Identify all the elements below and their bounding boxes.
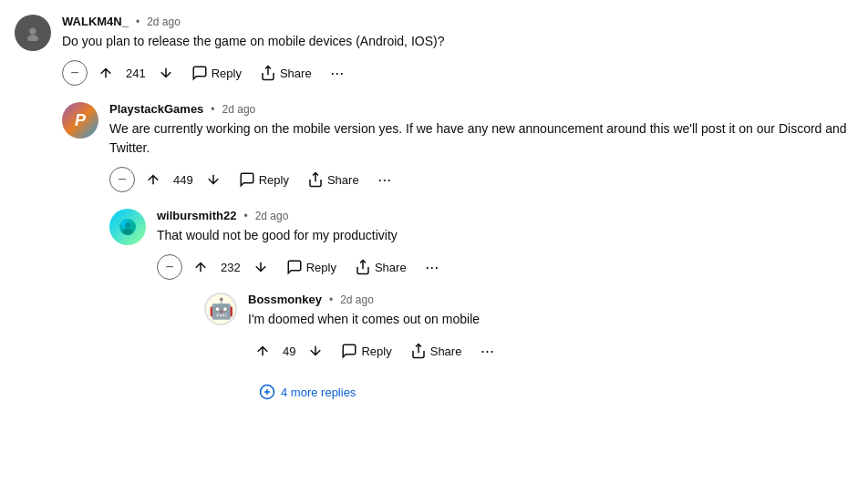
action-bar-bossmonkey: 49 [248, 336, 853, 365]
reply-button-wilbur[interactable]: Reply [279, 255, 344, 279]
action-bar-wilbur: − 232 [157, 252, 853, 282]
avatar-wilbur [109, 209, 146, 245]
vote-count-bossmonkey: 49 [279, 345, 299, 358]
vote-count-wilbur: 232 [217, 261, 244, 274]
upvote-walkman[interactable] [91, 58, 120, 87]
upvote-playstack[interactable] [139, 165, 168, 194]
downvote-collapse-wilbur[interactable]: − [157, 254, 182, 280]
more-options-wilbur[interactable]: ··· [418, 252, 447, 282]
comment-bossmonkey: 🤖 Bossmonkey • 2d ago I'm doomed when it… [204, 293, 853, 365]
avatar-playstack: P [62, 102, 98, 139]
avatar-bossmonkey: 🤖 [204, 293, 237, 325]
timestamp-bossmonkey: 2d ago [340, 293, 374, 306]
reply-button-walkman[interactable]: Reply [184, 61, 249, 85]
vote-section-bossmonkey: 49 [248, 336, 330, 365]
comment-text-playstack: We are currently working on the mobile v… [109, 119, 853, 158]
comment-body-wilbur: wilbursmith22 • 2d ago That would not be… [157, 209, 853, 404]
timestamp-playstack: 2d ago [222, 103, 256, 116]
timestamp-wilbur: 2d ago [255, 210, 289, 222]
comment-playstack: P PlaystackGames • 2d ago We are current… [62, 102, 853, 194]
downvote-playstack[interactable] [199, 165, 228, 194]
downvote-bossmonkey[interactable] [301, 336, 330, 365]
username-playstack: PlaystackGames [109, 102, 203, 116]
svg-point-4 [125, 222, 130, 228]
vote-count-walkman: 241 [122, 67, 150, 80]
comment-header-playstack: PlaystackGames • 2d ago [109, 102, 853, 116]
comment-body-playstack: PlaystackGames • 2d ago We are currently… [109, 102, 853, 194]
share-button-playstack[interactable]: Share [300, 168, 367, 191]
vote-count-playstack: 449 [170, 173, 197, 187]
comment-text-walkman: Do you plan to release the game on mobil… [62, 32, 853, 51]
more-options-bossmonkey[interactable]: ··· [472, 336, 501, 365]
comment-walkman: WALKM4N_ • 2d ago Do you plan to release… [15, 15, 853, 87]
downvote-walkman[interactable] [151, 58, 181, 87]
more-options-walkman[interactable]: ··· [323, 58, 352, 87]
comment-wilbur: wilbursmith22 • 2d ago That would not be… [109, 209, 853, 404]
comment-header-walkman: WALKM4N_ • 2d ago [62, 15, 853, 28]
vote-section-playstack: 449 [139, 165, 228, 194]
comment-header-bossmonkey: Bossmonkey • 2d ago [248, 293, 853, 306]
replies-level2: wilbursmith22 • 2d ago That would not be… [109, 209, 853, 404]
vote-section-walkman: 241 [91, 58, 181, 87]
action-bar-walkman: − 241 Reply [62, 58, 853, 87]
downvote-collapse-walkman[interactable]: − [62, 60, 88, 86]
reply-button-playstack[interactable]: Reply [232, 168, 296, 191]
downvote-wilbur[interactable] [246, 252, 275, 282]
more-replies-button[interactable]: 4 more replies [252, 380, 363, 404]
share-button-wilbur[interactable]: Share [347, 255, 414, 279]
vote-section-wilbur: 232 [186, 252, 275, 282]
share-button-walkman[interactable]: Share [253, 61, 319, 85]
downvote-collapse-playstack[interactable]: − [109, 167, 135, 192]
more-options-playstack[interactable]: ··· [370, 165, 399, 194]
comment-header-wilbur: wilbursmith22 • 2d ago [157, 209, 853, 222]
comment-body-bossmonkey: Bossmonkey • 2d ago I'm doomed when it c… [248, 293, 853, 365]
username-walkman: WALKM4N_ [62, 15, 129, 28]
replies-level1: P PlaystackGames • 2d ago We are current… [62, 102, 853, 404]
avatar-walkman [15, 15, 51, 51]
upvote-bossmonkey[interactable] [248, 336, 277, 365]
username-wilbur: wilbursmith22 [157, 209, 236, 222]
svg-point-5 [123, 229, 133, 235]
replies-level3: 🤖 Bossmonkey • 2d ago I'm doomed when it… [204, 293, 853, 404]
comment-text-bossmonkey: I'm doomed when it comes out on mobile [248, 310, 853, 329]
action-bar-playstack: − 449 [109, 165, 853, 194]
username-bossmonkey: Bossmonkey [248, 293, 322, 306]
timestamp-walkman: 2d ago [147, 15, 181, 28]
reply-button-bossmonkey[interactable]: Reply [334, 339, 398, 363]
upvote-wilbur[interactable] [186, 252, 215, 282]
comment-text-wilbur: That would not be good for my productivi… [157, 226, 853, 245]
share-button-bossmonkey[interactable]: Share [403, 339, 470, 363]
svg-point-1 [29, 28, 36, 35]
comment-body-walkman: WALKM4N_ • 2d ago Do you plan to release… [62, 15, 853, 87]
